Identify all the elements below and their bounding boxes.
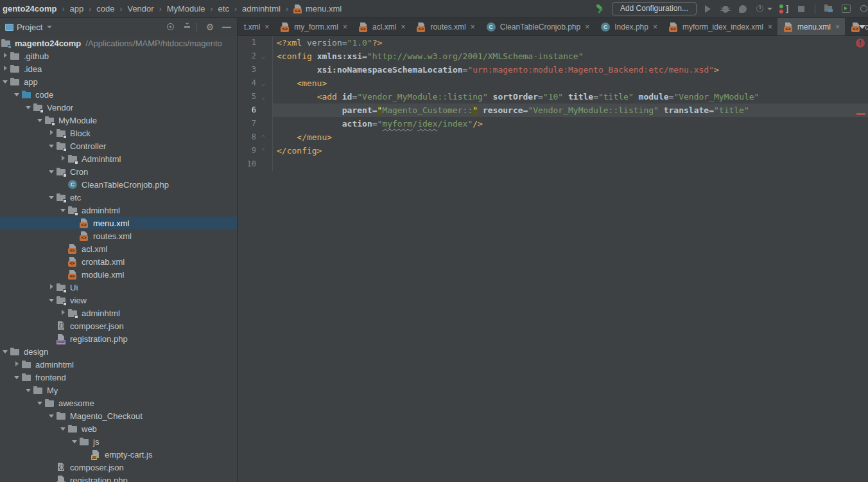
fold-marker-icon[interactable]: ⌄ <box>256 49 270 63</box>
fold-marker-icon[interactable]: ⌃ <box>256 130 270 144</box>
tree-item-my[interactable]: My <box>0 384 237 397</box>
tree-item-adminhtml[interactable]: adminhtml <box>0 307 237 319</box>
tree-item-module-xml[interactable]: <>module.xml <box>0 268 237 281</box>
chevron-collapsed-icon[interactable] <box>59 154 68 164</box>
run-icon[interactable] <box>702 3 714 15</box>
chevron-collapsed-icon[interactable] <box>48 128 56 138</box>
chevron-expanded-icon[interactable] <box>13 89 22 100</box>
chevron-collapsed-icon[interactable] <box>1 51 10 61</box>
editor-tab[interactable]: <>acl.xml× <box>352 18 410 35</box>
editor-tab[interactable]: CIndex.php× <box>595 18 663 35</box>
chevron-expanded-icon[interactable] <box>59 424 68 434</box>
tree-item-awesome[interactable]: awesome <box>0 397 237 409</box>
stop-icon[interactable] <box>795 3 807 15</box>
chevron-expanded-icon[interactable] <box>36 398 45 408</box>
code-text[interactable]: parent="Magento_Customer::" resource="Ve… <box>273 103 868 117</box>
tree-item-ui[interactable]: Ui <box>0 281 237 294</box>
chevron-expanded-icon[interactable] <box>1 346 10 357</box>
tree-item-mymodule[interactable]: MyModule <box>0 114 237 127</box>
tree-item-etc[interactable]: etc <box>0 191 237 204</box>
editor-tab[interactable]: <>menu.xml× <box>777 18 845 35</box>
tab-close-icon[interactable]: × <box>835 23 840 31</box>
chevron-expanded-icon[interactable] <box>48 166 56 177</box>
add-configuration-button[interactable]: Add Configuration... <box>612 2 697 15</box>
code-editor[interactable]: ! 1<?xml version="1.0"?>2⌄<config xmlns:… <box>238 36 868 482</box>
chevron-collapsed-icon[interactable] <box>59 308 68 318</box>
code-text[interactable]: <menu> <box>273 76 868 90</box>
editor-tab[interactable]: t.xml× <box>238 18 274 35</box>
code-text[interactable]: </menu> <box>273 130 868 144</box>
project-tool-window-switcher[interactable]: Project <box>5 22 161 32</box>
chevron-expanded-icon[interactable] <box>48 141 56 151</box>
editor-tab[interactable]: CCleanTableCronjob.php× <box>480 18 595 35</box>
tree-item-empty-cart-js[interactable]: JSempty-cart.js <box>0 448 237 461</box>
coverage-dropdown-icon[interactable] <box>767 8 772 10</box>
build-hammer-icon[interactable] <box>595 3 606 15</box>
chevron-expanded-icon[interactable] <box>48 411 56 421</box>
tree-item-view[interactable]: view <box>0 294 237 307</box>
chevron-expanded-icon[interactable] <box>1 76 10 87</box>
tree-item-app[interactable]: app <box>0 75 237 88</box>
tree-item-js[interactable]: js <box>0 435 237 448</box>
tree-item-magento-checkout[interactable]: Magento_Checkout <box>0 409 237 422</box>
chevron-expanded-icon[interactable] <box>24 102 33 112</box>
hide-icon[interactable]: — <box>220 21 233 33</box>
breadcrumb-item[interactable]: <>menu.xml <box>292 4 343 13</box>
tree-item-routes-xml[interactable]: <>routes.xml <box>0 229 237 242</box>
tree-item-cron[interactable]: Cron <box>0 165 237 178</box>
breadcrumb-item[interactable]: Vendor <box>126 4 155 13</box>
error-indicator-icon[interactable]: ! <box>856 39 865 48</box>
tree-item-block[interactable]: Block <box>0 127 237 139</box>
tab-close-icon[interactable]: × <box>471 23 475 31</box>
tool-windows-icon[interactable] <box>823 3 835 15</box>
tree-item-adminhtml[interactable]: Adminhtml <box>0 152 237 165</box>
tree-item-cleantablecronjob-php[interactable]: CCleanTableCronjob.php <box>0 178 237 191</box>
tree-item-composer-json[interactable]: {}composer.json <box>0 319 237 332</box>
tab-close-icon[interactable]: × <box>768 23 772 31</box>
search-icon[interactable] <box>858 3 864 15</box>
breadcrumb-item[interactable]: code <box>95 4 116 13</box>
project-dropdown-icon[interactable] <box>47 26 52 28</box>
tree-item-registration-php[interactable]: PHPregistration.php <box>0 474 237 482</box>
code-text[interactable]: <config xmlns:xsi="http://www.w3.org/200… <box>273 49 868 63</box>
tree-item-composer-json[interactable]: {}composer.json <box>0 461 237 474</box>
tree-item-vendor[interactable]: Vendor <box>0 101 237 114</box>
tab-close-icon[interactable]: × <box>401 23 405 31</box>
chevron-expanded-icon[interactable] <box>71 436 80 447</box>
profile-icon[interactable] <box>737 3 749 15</box>
tab-close-icon[interactable]: × <box>585 23 589 31</box>
tree-item-code[interactable]: code <box>0 88 237 101</box>
tree-item-acl-xml[interactable]: <>acl.xml <box>0 242 237 255</box>
editor-tab[interactable]: <>my_form.xml× <box>274 18 352 35</box>
chevron-expanded-icon[interactable] <box>36 115 45 125</box>
code-text[interactable]: </config> <box>273 144 868 157</box>
chevron-expanded-icon[interactable] <box>48 192 56 202</box>
fold-marker-icon[interactable]: ⌃ <box>256 144 270 157</box>
tree-item-crontab-xml[interactable]: <>crontab.xml <box>0 255 237 268</box>
tree-item-registration-php[interactable]: PHPregistration.php <box>0 332 237 345</box>
debug-icon[interactable] <box>720 3 731 15</box>
chevron-expanded-icon[interactable] <box>48 295 56 305</box>
collapse-all-icon[interactable] <box>181 21 194 33</box>
fold-marker-icon[interactable]: ⌄ <box>256 90 270 103</box>
chevron-expanded-icon[interactable] <box>59 205 68 215</box>
tab-close-icon[interactable]: × <box>343 23 347 31</box>
tree-item-design[interactable]: design <box>0 345 237 358</box>
chevron-expanded-icon[interactable] <box>13 372 22 382</box>
fold-marker-icon[interactable]: ⌄ <box>256 76 270 90</box>
locate-icon[interactable] <box>164 21 177 33</box>
attach-debugger-icon[interactable]: ] <box>778 3 790 15</box>
code-text[interactable]: <?xml version="1.0"?> <box>273 36 868 49</box>
breadcrumb-item[interactable]: adminhtml <box>241 4 282 13</box>
tree-item-menu-xml[interactable]: <>menu.xml <box>0 217 237 229</box>
settings-icon[interactable]: ⚙ <box>204 21 216 33</box>
editor-tab[interactable]: <>myform_idex_index.xml× <box>663 18 777 35</box>
chevron-collapsed-icon[interactable] <box>13 359 22 370</box>
tree-item-controller[interactable]: Controller <box>0 139 237 152</box>
editor-tab[interactable]: <>routes.xml× <box>410 18 480 35</box>
code-text[interactable]: <add id="Vendor_MyModule::listing" sortO… <box>273 90 868 103</box>
tree-item-adminhtml[interactable]: adminhtml <box>0 358 237 371</box>
tab-close-icon[interactable]: × <box>265 23 269 31</box>
breadcrumb-item[interactable]: gento24comp <box>1 4 58 13</box>
breadcrumb-item[interactable]: MyModule <box>166 4 207 13</box>
